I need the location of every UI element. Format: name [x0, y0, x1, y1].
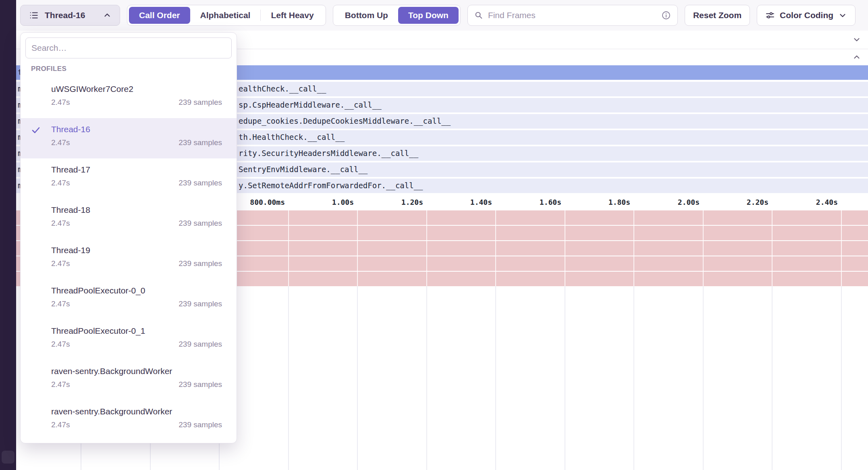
axis-tick-label: 2.20s [747, 198, 768, 206]
color-coding-label: Color Coding [780, 10, 833, 20]
info-icon[interactable] [661, 10, 671, 20]
profile-option[interactable]: ThreadPoolExecutor-0_1 2.47s 239 samples [21, 320, 237, 360]
profile-option[interactable]: raven-sentry.BackgroundWorker 2.47s 239 … [21, 400, 237, 441]
profile-option[interactable]: ThreadPoolExecutor-0_0 2.47s 239 samples [21, 279, 237, 320]
sidebar-strip [0, 0, 16, 470]
profile-name: Thread-16 [51, 125, 222, 134]
profile-duration: 2.47s [51, 179, 70, 187]
color-coding-button[interactable]: Color Coding [757, 5, 856, 26]
sliders-icon [765, 10, 775, 20]
axis-tick-label: 1.80s [608, 198, 630, 206]
thread-selector-button[interactable]: Thread-16 [20, 5, 120, 26]
axis-tick-label: 1.60s [540, 198, 561, 206]
profile-samples: 239 samples [179, 299, 222, 308]
list-icon [29, 10, 39, 21]
gridline [426, 286, 427, 470]
gridline [633, 210, 634, 286]
profile-name: Thread-19 [51, 245, 222, 255]
profile-name: Thread-17 [51, 165, 222, 175]
tab-left-heavy[interactable]: Left Heavy [261, 7, 324, 24]
gridline [495, 286, 496, 470]
profile-name: uWSGIWorker7Core2 [51, 84, 222, 94]
frame-label: rity.SecurityHeadersMiddleware.__call__ [239, 149, 418, 158]
profile-samples: 239 samples [179, 98, 222, 107]
gridline [703, 286, 704, 470]
profile-samples: 239 samples [179, 340, 222, 349]
axis-tick-label: 800.00ms [250, 198, 285, 206]
gridline [357, 210, 358, 286]
chevron-up-icon [852, 53, 861, 62]
profile-samples: 239 samples [179, 179, 222, 187]
profile-option[interactable]: Thread-19 2.47s 239 samples [21, 239, 237, 279]
tab-alphabetical[interactable]: Alphabetical [190, 7, 261, 24]
expand-panel-button[interactable] [851, 52, 862, 63]
profile-duration: 2.47s [51, 420, 70, 429]
profiles-section-label: PROFILES [31, 65, 226, 73]
profile-name: raven-sentry.BackgroundWorker [51, 407, 222, 416]
frame-label: edupe_cookies.DedupeCookiesMiddleware.__… [239, 116, 451, 125]
chevron-down-icon [852, 35, 861, 44]
axis-tick-label: 2.00s [678, 198, 700, 206]
gridline [288, 210, 289, 286]
profile-samples: 239 samples [179, 219, 222, 228]
gridline [772, 286, 772, 470]
frame-label: ealthCheck.__call__ [239, 84, 326, 93]
profile-name: Thread-18 [51, 205, 222, 215]
profile-samples: 239 samples [179, 420, 222, 429]
profiles-dropdown: PROFILES uWSGIWorker7Core2 2.47s 239 sam… [20, 32, 237, 443]
gridline [841, 286, 842, 470]
check-icon [31, 125, 41, 137]
gridline [426, 210, 427, 286]
tab-call-order[interactable]: Call Order [129, 7, 190, 24]
profile-option[interactable]: Thread-18 2.47s 239 samples [21, 199, 237, 239]
profile-option[interactable]: raven-sentry.BackgroundWorker 2.47s 239 … [21, 360, 237, 400]
gridline [703, 210, 704, 286]
axis-tick-label: 1.00s [332, 198, 354, 206]
profiles-search-container [25, 37, 232, 58]
profile-option-selected[interactable]: Thread-16 2.47s 239 samples [21, 118, 237, 158]
gridline [495, 210, 496, 286]
gridline [772, 210, 772, 286]
profile-option[interactable]: uWSGIWorker7Core2 2.47s 239 samples [21, 78, 237, 118]
profile-samples: 239 samples [179, 259, 222, 268]
profiles-search-input[interactable] [31, 43, 226, 53]
reset-zoom-button[interactable]: Reset Zoom [685, 5, 750, 26]
profile-duration: 2.47s [51, 98, 70, 107]
gridline [841, 210, 842, 286]
gridline [565, 286, 565, 470]
profile-samples: 239 samples [179, 138, 222, 147]
profile-duration: 2.47s [51, 138, 70, 147]
profile-option[interactable]: Thread-17 2.47s 239 samples [21, 158, 237, 199]
profile-duration: 2.47s [51, 299, 70, 308]
profile-name: ThreadPoolExecutor-0_1 [51, 326, 222, 336]
frame-label: y.SetRemoteAddrFromForwardedFor.__call__ [239, 181, 423, 190]
frame-label: sp.CspHeaderMiddleware.__call__ [239, 100, 382, 109]
gridline [565, 210, 565, 286]
profile-duration: 2.47s [51, 219, 70, 228]
profile-duration: 2.47s [51, 380, 70, 389]
order-segmented-control: Call Order Alphabetical Left Heavy [127, 5, 326, 26]
profile-duration: 2.47s [51, 340, 70, 349]
tab-bottom-up[interactable]: Bottom Up [335, 7, 398, 24]
frame-label: th.HealthCheck.__call__ [239, 133, 345, 141]
profile-samples: 239 samples [179, 380, 222, 389]
axis-tick-label: 1.40s [470, 198, 492, 206]
chevron-up-icon [103, 11, 112, 20]
gridline [288, 286, 289, 470]
tab-top-down[interactable]: Top Down [398, 7, 459, 24]
toolbar: Thread-16 Call Order Alphabetical Left H… [16, 0, 868, 31]
profile-duration: 2.47s [51, 259, 70, 268]
gridline [357, 286, 358, 470]
reset-zoom-label: Reset Zoom [693, 10, 741, 20]
collapse-panel-button[interactable] [851, 34, 862, 45]
find-frames-container [467, 5, 678, 26]
find-frames-input[interactable] [488, 10, 656, 20]
chevron-down-icon [838, 11, 847, 20]
profile-name: ThreadPoolExecutor-0_0 [51, 286, 222, 295]
gridline [633, 286, 634, 470]
thread-selector-label: Thread-16 [45, 10, 98, 20]
sidebar-footer-button[interactable] [2, 451, 15, 464]
search-icon [474, 11, 483, 20]
axis-tick-label: 1.20s [401, 198, 423, 206]
frame-label: SentryEnvMiddleware.__call__ [239, 165, 368, 174]
